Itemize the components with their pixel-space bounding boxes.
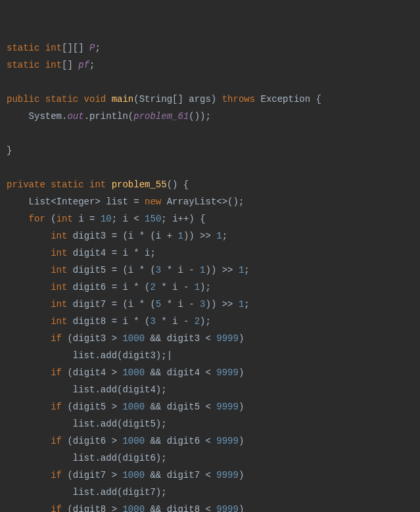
code-line: public static void main(String[] args) t… [7, 94, 321, 105]
code-line: if (digit4 > 1000 && digit4 < 9999) [7, 367, 244, 378]
code-line: int digit4 = i * i; [7, 248, 156, 258]
code-line: int digit5 = (i * (3 * i - 1)) >> 1; [7, 265, 250, 275]
code-line: System.out.println(problem_61()); [7, 111, 211, 122]
text-cursor: | [167, 350, 172, 361]
code-line: list.add(digit5); [7, 419, 167, 429]
code-line: int digit8 = i * (3 * i - 2); [7, 316, 211, 327]
code-line: list.add(digit7); [7, 487, 167, 498]
code-line: list.add(digit6); [7, 453, 167, 463]
code-line: List<Integer> list = new ArrayList<>(); [7, 197, 244, 207]
code-line: static int[] pf; [7, 60, 95, 70]
code-line: list.add(digit4); [7, 384, 167, 395]
code-editor[interactable]: static int[][] P; static int[] pf; publi… [7, 39, 413, 512]
code-line: list.add(digit3);| [7, 350, 172, 361]
code-line: if (digit8 > 1000 && digit8 < 9999) [7, 504, 244, 512]
code-line: } [7, 145, 12, 156]
code-line: for (int i = 10; i < 150; i++) { [7, 214, 206, 224]
code-line: if (digit5 > 1000 && digit5 < 9999) [7, 402, 244, 412]
code-line: if (digit3 > 1000 && digit3 < 9999) [7, 333, 244, 344]
code-line: static int[][] P; [7, 43, 101, 53]
code-line: private static int problem_55() { [7, 179, 189, 190]
code-line: int digit7 = (i * (5 * i - 3)) >> 1; [7, 299, 250, 310]
code-line: if (digit6 > 1000 && digit6 < 9999) [7, 436, 244, 446]
code-line: if (digit7 > 1000 && digit7 < 9999) [7, 470, 244, 480]
code-line: int digit3 = (i * (i + 1)) >> 1; [7, 231, 227, 241]
code-line: int digit6 = i * (2 * i - 1); [7, 282, 211, 292]
